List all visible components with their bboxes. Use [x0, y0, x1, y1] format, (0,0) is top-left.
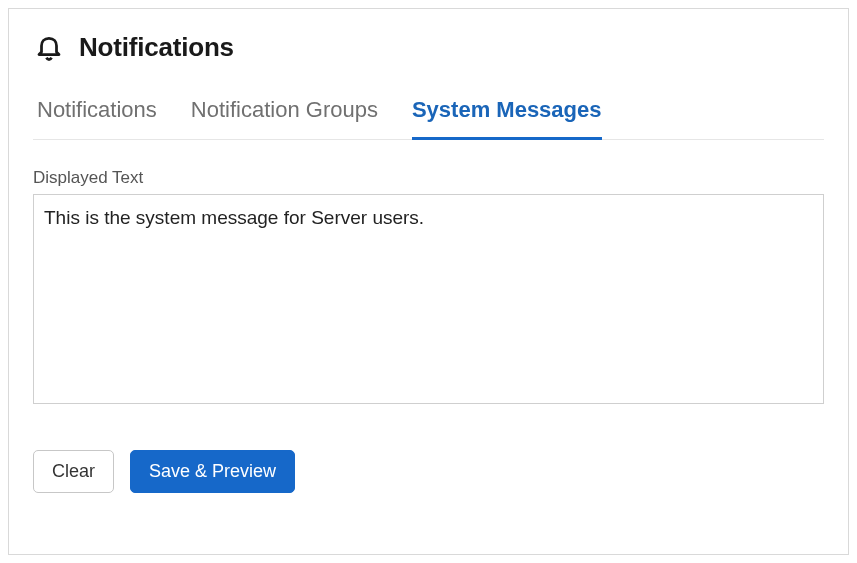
bell-icon	[33, 31, 65, 63]
panel-header: Notifications	[33, 31, 824, 63]
save-preview-button[interactable]: Save & Preview	[130, 450, 295, 493]
notifications-panel: Notifications Notifications Notification…	[8, 8, 849, 555]
tab-system-messages[interactable]: System Messages	[412, 97, 602, 140]
tab-notifications[interactable]: Notifications	[37, 97, 157, 140]
displayed-text-input[interactable]	[33, 194, 824, 404]
page-title: Notifications	[79, 32, 234, 63]
tab-notification-groups[interactable]: Notification Groups	[191, 97, 378, 140]
clear-button[interactable]: Clear	[33, 450, 114, 493]
displayed-text-label: Displayed Text	[33, 168, 824, 188]
tabs-bar: Notifications Notification Groups System…	[33, 97, 824, 140]
actions-bar: Clear Save & Preview	[33, 450, 824, 493]
